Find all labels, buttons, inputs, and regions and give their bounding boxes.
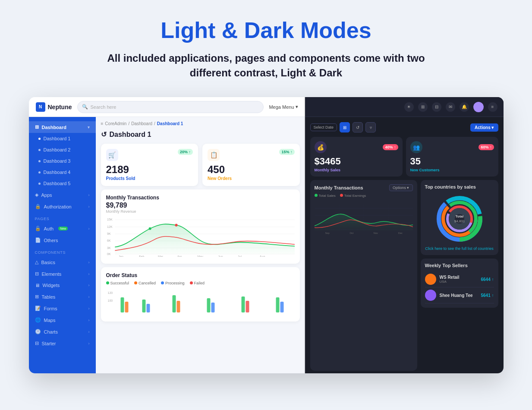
sidebar-item-authorization[interactable]: 🔒 Authorization › (29, 201, 96, 212)
filter-btn[interactable]: ▿ (365, 122, 376, 132)
svg-text:Feb: Feb (139, 255, 144, 257)
actions-button[interactable]: Actions ▾ (470, 123, 498, 132)
svg-rect-29 (176, 301, 180, 312)
maps-icon: 🌐 (35, 317, 41, 323)
select-date-btn[interactable]: Select Date (310, 123, 337, 131)
chevron-icon: › (88, 283, 90, 287)
sidebar-others-label: Others (44, 238, 58, 243)
widgets-label: Widgets (43, 283, 60, 288)
menu-icon[interactable]: ≡ (488, 102, 497, 112)
sidebar-d1-label: Dashboard 1 (44, 136, 71, 141)
svg-text:$4,831: $4,831 (454, 219, 465, 223)
dark-chart-col: Monthly Transactions Options ▾ Total Sal… (310, 180, 417, 371)
file-icon: 📄 (35, 237, 41, 243)
sidebar-item-dashboard4[interactable]: Dashboard 4 (29, 167, 96, 178)
sidebar-item-starter[interactable]: ⊟ Starter › (29, 337, 96, 349)
active-dot (38, 138, 41, 140)
orders-badge: 15% ↑ (279, 149, 294, 155)
email-icon[interactable]: ✉ (446, 102, 455, 112)
forms-icon: 📝 (35, 306, 41, 311)
order-status-card: Order Status Successful Cancelled Proces… (101, 267, 300, 322)
breadcrumb-sep2: / (154, 121, 155, 126)
svg-rect-31 (211, 303, 214, 312)
tables-icon: ⊞ (35, 294, 39, 300)
products-label: Products Sold (106, 176, 193, 181)
chart-svg: 15K 12K 9K 6K 3K 0K (106, 214, 295, 257)
grid-view-btn[interactable]: ⊞ (340, 122, 350, 132)
sidebar-item-dashboard5[interactable]: Dashboard 5 (29, 178, 96, 189)
chevron-icon: › (88, 272, 90, 276)
lock-icon: 🔒 (35, 204, 41, 209)
dark-mode-panel: ☀ ⊞ ⊟ ✉ 🔔 ≡ Select Date ⊞ ↺ ▿ Actions ▾ … (305, 97, 504, 373)
starter-label: Starter (42, 341, 56, 346)
svg-point-20 (148, 227, 151, 230)
sidebar-item-dashboard[interactable]: ⊞ Dashboard ▾ (29, 121, 96, 133)
logo: N Neptune (36, 102, 72, 112)
sidebar-item-elements[interactable]: ⊟ Elements › (29, 268, 96, 280)
sidebar-item-charts[interactable]: 🕐 Charts › (29, 326, 96, 337)
click-here-text: Click here (425, 246, 442, 251)
seller-info-2: Shee Huang Tee (440, 293, 473, 298)
svg-text:Oct: Oct (349, 232, 353, 234)
sidebar-item-others[interactable]: 📄 Others (29, 234, 96, 246)
dashboard-icon: ⊞ (35, 124, 39, 130)
refresh-btn[interactable]: ↺ (353, 122, 363, 132)
svg-rect-26 (142, 300, 145, 312)
click-here-suffix: to see the full list of countries (442, 246, 494, 251)
window-icon[interactable]: ⊟ (432, 102, 441, 112)
sidebar-item-apps[interactable]: ◈ Apps › (29, 189, 96, 201)
tables-label: Tables (42, 294, 56, 300)
apps-icon: ◈ (35, 192, 38, 198)
chevron-icon: › (88, 193, 90, 197)
legend-total-earnings: Total Earnings (340, 194, 366, 198)
sidebar-item-widgets[interactable]: 🖥 Widgets › (29, 280, 96, 291)
grid-icon[interactable]: ⊞ (418, 102, 428, 112)
breadcrumb-coreadmin: CoreAdmin (105, 121, 126, 126)
sidebar-d5-label: Dashboard 5 (44, 181, 71, 186)
customers-icon: 👥 (410, 141, 422, 153)
sidebar-item-basics[interactable]: △ Basics › (29, 256, 96, 268)
sidebar-item-auth[interactable]: 🔓 Auth New › (29, 223, 96, 234)
breadcrumb-sep1: / (128, 121, 129, 126)
sidebar: ⊞ Dashboard ▾ Dashboard 1 Dashboard 2 Da… (29, 117, 96, 373)
click-here-link[interactable]: Click here to see the full list of count… (425, 246, 494, 251)
top-nav-light: N Neptune 🔍 Search here Mega Menu ▾ (29, 97, 305, 117)
sun-icon[interactable]: ☀ (404, 102, 414, 112)
bell-icon[interactable]: 🔔 (460, 102, 469, 112)
avatar[interactable] (473, 102, 484, 112)
dark-chart-card: Monthly Transactions Options ▾ Total Sal… (310, 180, 417, 371)
seller-avatar-2 (425, 290, 436, 301)
mega-menu[interactable]: Mega Menu ▾ (269, 104, 298, 110)
seller-row-1: WS Retail USA 6644 ↑ (425, 271, 494, 287)
svg-rect-27 (146, 304, 150, 312)
products-badge: 20% ↑ (178, 149, 193, 155)
breadcrumb: ≡ CoreAdmin / Dashboard / Dashboard 1 (101, 121, 300, 126)
charts-icon: 🕐 (35, 329, 41, 334)
svg-text:Jun: Jun (218, 255, 223, 257)
search-bar[interactable]: 🔍 Search here (77, 101, 264, 113)
sidebar-item-dashboard2[interactable]: Dashboard 2 (29, 144, 96, 155)
seller-name-2: Shee Huang Tee (440, 293, 473, 298)
widgets-icon: 🖥 (35, 283, 40, 288)
sidebar-item-dashboard3[interactable]: Dashboard 3 (29, 155, 96, 167)
dot-icon (38, 171, 41, 173)
weekly-sellers-card: Weekly Top Sellers WS Retail USA 6644 ↑ (421, 259, 498, 308)
dot-icon (38, 149, 41, 151)
svg-point-54 (452, 211, 467, 227)
svg-rect-34 (276, 297, 279, 312)
sidebar-item-maps[interactable]: 🌐 Maps › (29, 314, 96, 326)
seller-info-1: WS Retail USA (440, 275, 460, 284)
sales-icon: 💰 (315, 141, 327, 153)
sidebar-d3-label: Dashboard 3 (44, 158, 71, 164)
logo-text: Neptune (48, 104, 72, 110)
options-button[interactable]: Options ▾ (389, 184, 413, 191)
dark-stat-customers: 👥 60% ↑ 35 New Customers (406, 137, 498, 177)
pages-section-label: PAGES (29, 212, 96, 223)
orders-value: 450 (208, 164, 295, 175)
sidebar-item-dashboard1[interactable]: Dashboard 1 (29, 133, 96, 144)
page-title-text: Dashboard 1 (110, 131, 151, 139)
dark-chart-header: Monthly Transactions Options ▾ (315, 184, 413, 191)
customers-value: 35 (410, 156, 494, 167)
sidebar-item-forms[interactable]: 📝 Forms › (29, 303, 96, 314)
sidebar-item-tables[interactable]: ⊞ Tables › (29, 291, 96, 303)
